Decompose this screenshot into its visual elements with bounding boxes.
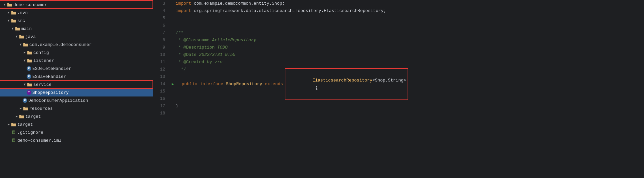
tree-label-mvn: .mvn (17, 10, 28, 15)
line9-annot-val: TODO (217, 44, 227, 51)
line-num-15: 15 (153, 88, 165, 95)
line14-interface: interface (200, 81, 226, 88)
line10-space (196, 51, 199, 59)
line10-annot-tag: @Date (183, 51, 196, 59)
tree-item-src[interactable]: ▼ src (0, 17, 153, 25)
class-icon: C (27, 74, 31, 79)
folder-icon (7, 2, 12, 7)
folder-open-icon (15, 26, 20, 31)
tree-item-main[interactable]: ▼ main (0, 25, 153, 33)
line-num-3: 3 (153, 0, 165, 7)
code-line-9: * @Description TODO (169, 44, 644, 51)
code-line-18 (169, 110, 644, 117)
tree-label-democonsumerapplication: DemoConsumerApplication (28, 98, 88, 103)
tree-item-essavehandler[interactable]: C ESSaveHandler (0, 73, 153, 81)
folder-open-icon (11, 18, 16, 23)
tree-item-listener[interactable]: ▼ listener (0, 57, 153, 65)
tree-item-package[interactable]: ▼ com.example.democonsumer (0, 41, 153, 49)
tree-label-resources: resources (29, 106, 53, 111)
code-line-7: /** (169, 29, 644, 37)
tree-item-config[interactable]: ▶ config (0, 49, 153, 57)
chevron-icon: ▼ (3, 3, 7, 7)
tree-label-iml: demo-consumer.iml (17, 138, 62, 143)
line-num-14: 14 (153, 81, 165, 88)
tree-item-resources[interactable]: ▶ resources (0, 104, 153, 112)
chevron-icon: ▼ (7, 19, 11, 23)
line17-indent (170, 102, 176, 110)
line-num-17: 17 (153, 102, 165, 110)
tree-item-java[interactable]: ▼ java (0, 33, 153, 41)
code-line-17: } (169, 102, 644, 110)
line14-iface-name: ShopRepository (226, 81, 262, 88)
line9-space (215, 44, 217, 51)
line-num-4: 4 (153, 7, 165, 15)
chevron-icon: ▶ (7, 11, 11, 15)
chevron-icon: ▼ (11, 27, 15, 31)
tree-label-java: java (25, 34, 36, 39)
line8-star: * (178, 37, 183, 44)
line-num-6: 6 (153, 22, 165, 29)
folder-icon (27, 50, 32, 55)
interface-icon: I (27, 90, 31, 95)
line4-path: org.springframework.data.elasticsearch.r… (194, 7, 386, 15)
code-line-5 (169, 15, 644, 22)
tree-item-target[interactable]: ▶ target (0, 120, 153, 128)
line10-indent (170, 51, 178, 59)
line4-import: import (176, 7, 194, 15)
class-icon: C (23, 98, 27, 103)
line14-indent (176, 81, 182, 88)
code-line-11: * @Created by zrc (169, 59, 644, 66)
chevron-icon: ▼ (19, 43, 23, 47)
file-tree: ▼ demo-consumer ▶ .mvn ▼ src ▼ main ▼ j (0, 0, 153, 178)
line14-space (262, 81, 265, 88)
folder-open-icon (27, 82, 32, 87)
chevron-icon: ▶ (19, 106, 23, 110)
tree-item-gitignore[interactable]: 🖹 .gitignore (0, 128, 153, 136)
code-line-3: import com.example.democommon.entity.Sho… (169, 0, 644, 7)
line11-annot-val: by zrc (207, 59, 222, 66)
line10-annot-val: 2022/3/31 9:55 (199, 51, 235, 59)
chevron-icon: ▼ (15, 35, 19, 39)
file-icon: 🖹 (11, 138, 16, 143)
line-num-12: 12 (153, 66, 165, 73)
tree-item-iml[interactable]: 🖹 demo-consumer.iml (0, 136, 153, 144)
tree-item-shoprepository[interactable]: I ShopRepository (0, 89, 153, 96)
tree-label-src: src (17, 18, 25, 23)
tree-label-package: com.example.democonsumer (29, 42, 92, 47)
line14-space2 (283, 81, 286, 88)
tree-label-service: service (33, 82, 52, 87)
line11-indent (170, 59, 178, 66)
code-line-10: * @Date 2022/3/31 9:55 (169, 51, 644, 59)
tree-label-esdeletehandler: ESDeleteHandler (32, 66, 71, 71)
folder-icon (11, 122, 16, 127)
tree-item-service[interactable]: ▼ service (0, 81, 153, 89)
line-num-8: 8 (153, 37, 165, 44)
line4-indent (170, 7, 176, 15)
code-line-4: import org.springframework.data.elastics… (169, 7, 644, 15)
line12-indent (170, 66, 178, 73)
line3-import: import (176, 0, 194, 7)
tree-label-config: config (33, 50, 49, 55)
folder-icon (19, 114, 24, 119)
chevron-icon: ▶ (15, 114, 19, 118)
tree-item-mvn[interactable]: ▶ .mvn (0, 9, 153, 17)
line9-indent (170, 44, 178, 51)
code-lines: import com.example.democommon.entity.Sho… (169, 0, 644, 178)
tree-label-essavehandler: ESSaveHandler (32, 74, 66, 79)
line8-space (209, 37, 212, 44)
line14-generic: <Shop,String> (372, 78, 406, 83)
line14-extends: extends (265, 81, 283, 88)
tree-item-demo-consumer[interactable]: ▼ demo-consumer (0, 1, 153, 9)
tree-item-test[interactable]: ▶ target (0, 112, 153, 120)
line8-indent (170, 37, 178, 44)
tree-item-esdeletehandler[interactable]: C ESDeleteHandler (0, 65, 153, 73)
code-line-16 (169, 95, 644, 102)
chevron-icon: ▶ (23, 51, 27, 55)
class-icon: C (27, 66, 31, 71)
line3-indent (170, 0, 176, 7)
line3-path: com.example.democommon.entity.Shop; (194, 0, 285, 7)
tree-label-target: target (17, 122, 33, 127)
line-num-7: 7 (153, 29, 165, 37)
tree-item-democonsumerapplication[interactable]: C DemoConsumerApplication (0, 96, 153, 104)
line14-public: public (182, 81, 200, 88)
